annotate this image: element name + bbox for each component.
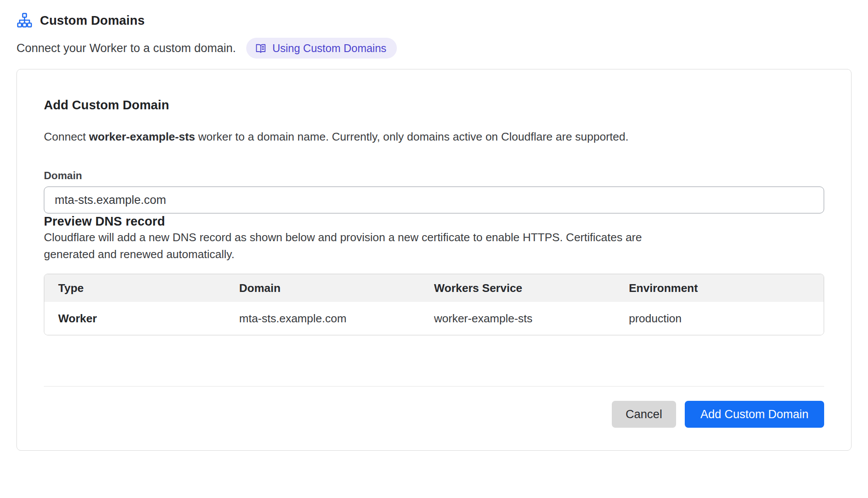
subtitle-row: Connect your Worker to a custom domain. … (17, 38, 851, 59)
docs-badge-link[interactable]: Using Custom Domains (246, 38, 397, 59)
cell-type: Worker (44, 302, 239, 335)
description-prefix: Connect (44, 130, 89, 143)
preview-dns-description: Cloudflare will add a new DNS record as … (44, 229, 691, 263)
page-title: Custom Domains (40, 13, 145, 28)
col-header-environment: Environment (629, 274, 824, 302)
add-custom-domain-card: Add Custom Domain Connect worker-example… (17, 69, 851, 451)
page-header: Custom Domains Connect your Worker to a … (0, 0, 868, 59)
preview-dns-title: Preview DNS record (44, 213, 824, 229)
card-title: Add Custom Domain (44, 97, 824, 113)
dns-preview-table: Type Domain Workers Service Environment … (44, 274, 824, 335)
table-header-row: Type Domain Workers Service Environment (44, 274, 824, 302)
footer-divider (44, 386, 824, 387)
open-book-icon (255, 43, 267, 54)
domain-label: Domain (44, 169, 824, 182)
cancel-button[interactable]: Cancel (612, 401, 676, 428)
col-header-workers-service: Workers Service (434, 274, 629, 302)
domain-input[interactable] (44, 187, 824, 213)
table-row: Worker mta-sts.example.com worker-exampl… (44, 302, 824, 335)
description-suffix: worker to a domain name. Currently, only… (195, 130, 628, 143)
docs-badge-label: Using Custom Domains (272, 42, 386, 55)
cell-domain: mta-sts.example.com (239, 302, 434, 335)
col-header-domain: Domain (239, 274, 434, 302)
card-description: Connect worker-example-sts worker to a d… (44, 129, 824, 144)
title-row: Custom Domains (17, 12, 851, 28)
add-custom-domain-button[interactable]: Add Custom Domain (685, 401, 824, 428)
cell-workers-service: worker-example-sts (434, 302, 629, 335)
cell-environment: production (629, 302, 824, 335)
page-subtitle: Connect your Worker to a custom domain. (17, 41, 236, 56)
footer-actions: Cancel Add Custom Domain (44, 401, 824, 428)
custom-domains-page: { "page": { "title": "Custom Domains", "… (0, 0, 868, 498)
worker-name: worker-example-sts (89, 130, 195, 143)
sitemap-icon (17, 12, 33, 28)
col-header-type: Type (44, 274, 239, 302)
